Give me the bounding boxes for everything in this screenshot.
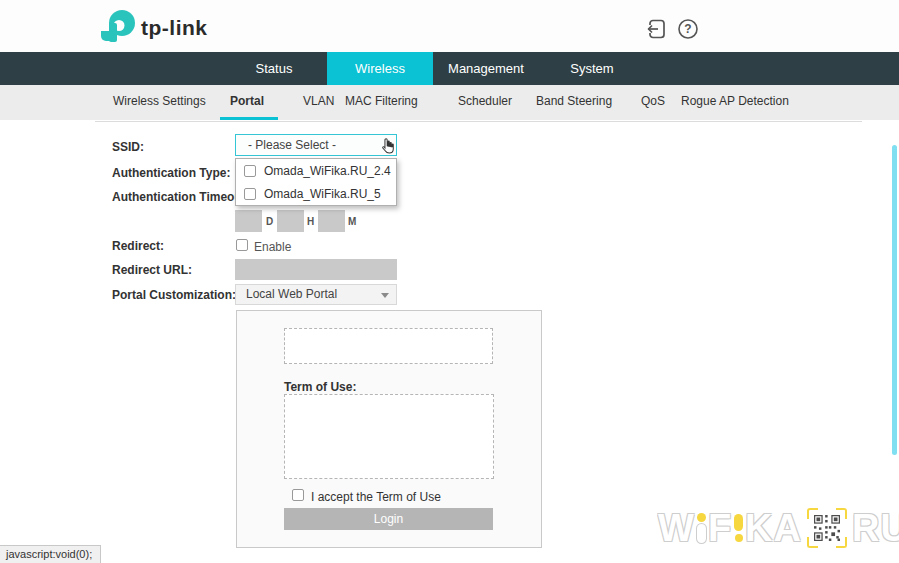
accept-terms-checkbox[interactable]	[292, 489, 304, 501]
subnav-wireless-settings[interactable]: Wireless Settings	[113, 94, 206, 108]
ssid-option-2[interactable]: Omada_WiFika.RU_5	[236, 182, 396, 205]
vertical-scrollbar-thumb[interactable]	[892, 145, 897, 455]
term-of-use-label: Term of Use:	[284, 380, 356, 394]
portal-preview-panel: Term of Use: I accept the Term of Use Lo…	[236, 310, 542, 548]
redirect-enable-checkbox[interactable]	[236, 239, 248, 251]
subnav-band-steering[interactable]: Band Steering	[536, 94, 612, 108]
tp-link-logo-icon	[98, 9, 138, 46]
accept-terms-label: I accept the Term of Use	[311, 490, 441, 504]
ssid-option-2-label: Omada_WiFika.RU_5	[264, 187, 381, 201]
portal-customization-label: Portal Customization:	[112, 288, 236, 302]
tp-link-logo: tp-link	[98, 9, 208, 46]
watermark-seg-ru: RU	[852, 507, 899, 550]
redirect-label: Redirect:	[112, 239, 164, 253]
tab-management[interactable]: Management	[433, 52, 539, 85]
ssid-label: SSID:	[112, 140, 144, 154]
main-navbar: Status Wireless Management System	[0, 52, 899, 85]
page: tp-link ? Status Wireless Management Sys…	[0, 0, 899, 563]
subnav-mac-filtering[interactable]: MAC Filtering	[345, 94, 418, 108]
active-tab-underline	[220, 117, 278, 120]
timeout-hours-input[interactable]	[277, 210, 304, 232]
subnav-portal[interactable]: Portal	[230, 94, 264, 108]
portal-customization-select[interactable]: Local Web Portal	[235, 284, 397, 305]
ssid-select[interactable]: - Please Select -	[235, 134, 397, 156]
logout-icon[interactable]	[645, 17, 669, 41]
header: tp-link ?	[0, 0, 899, 52]
timeout-minutes-input[interactable]	[318, 210, 345, 232]
wifika-ru-watermark: W F KA RU	[658, 502, 899, 554]
redirect-enable-label: Enable	[254, 240, 291, 254]
svg-text:?: ?	[684, 22, 691, 36]
ssid-option-1-label: Omada_WiFika.RU_2.4	[264, 164, 391, 178]
status-bar-link-preview: javascript:void(0);	[0, 545, 101, 563]
subnav-qos[interactable]: QoS	[641, 94, 665, 108]
ssid-option-2-checkbox[interactable]	[244, 188, 256, 200]
unit-minutes: M	[348, 216, 356, 227]
help-icon[interactable]: ?	[676, 17, 700, 41]
redirect-url-label: Redirect URL:	[112, 263, 192, 277]
watermark-seg-w: W	[658, 507, 695, 550]
subnav-rogue-ap-detection[interactable]: Rogue AP Detection	[681, 94, 789, 108]
ssid-option-1-checkbox[interactable]	[244, 165, 256, 177]
timeout-days-input[interactable]	[235, 210, 262, 232]
auth-timeout-label: Authentication Timeout:	[112, 190, 250, 204]
tab-system[interactable]: System	[539, 52, 645, 85]
unit-hours: H	[307, 216, 314, 227]
tab-status[interactable]: Status	[221, 52, 327, 85]
welcome-text-box[interactable]	[284, 328, 493, 364]
tab-wireless[interactable]: Wireless	[327, 52, 433, 85]
wireless-subnav: Wireless Settings Portal VLAN MAC Filter…	[0, 85, 899, 120]
auth-type-label: Authentication Type:	[112, 166, 230, 180]
subnav-vlan[interactable]: VLAN	[303, 94, 334, 108]
qr-code-icon	[807, 508, 847, 548]
watermark-seg-f: F	[708, 507, 732, 550]
subnav-scheduler[interactable]: Scheduler	[458, 94, 512, 108]
nav-tabs: Status Wireless Management System	[221, 52, 645, 85]
unit-days: D	[266, 216, 273, 227]
redirect-url-input[interactable]	[235, 259, 397, 280]
watermark-exclamation	[734, 514, 743, 542]
ssid-option-1[interactable]: Omada_WiFika.RU_2.4	[236, 159, 396, 182]
term-of-use-box[interactable]	[284, 394, 494, 479]
content-divider	[95, 121, 862, 122]
login-button[interactable]: Login	[284, 508, 493, 530]
watermark-seg-ka: KA	[745, 507, 802, 550]
watermark-letter-i	[697, 513, 706, 543]
ssid-dropdown: Omada_WiFika.RU_2.4 Omada_WiFika.RU_5	[235, 158, 397, 206]
brand-text: tp-link	[141, 16, 208, 40]
chevron-down-icon	[381, 293, 389, 298]
